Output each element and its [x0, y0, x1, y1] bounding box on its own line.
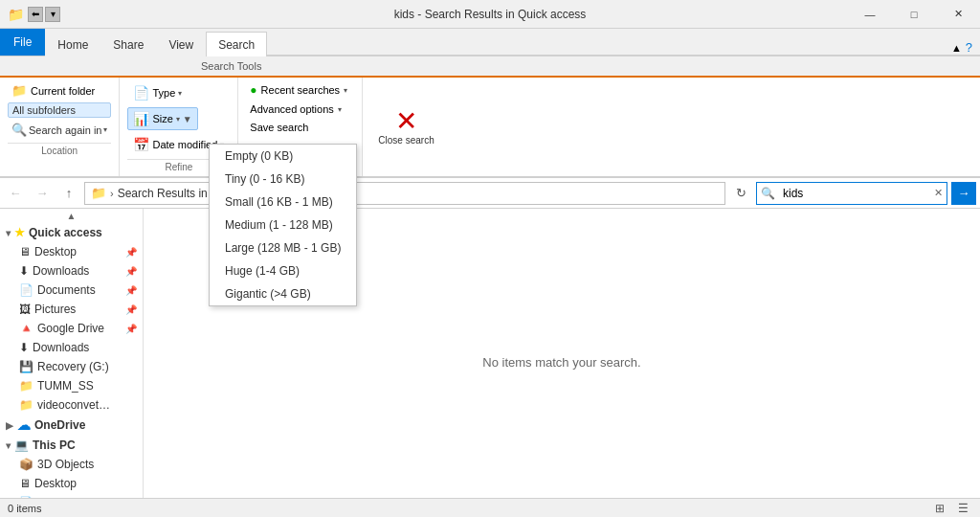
back-button[interactable]: ← — [4, 182, 27, 205]
close-search-button[interactable]: ✕ Close search — [370, 104, 441, 149]
search-box-icon: 🔍 — [757, 187, 779, 200]
desktop-pc-icon: 🖥 — [19, 477, 31, 490]
all-subfolders-btn[interactable]: All subfolders — [8, 102, 111, 118]
location-group-label: Location — [8, 143, 111, 156]
up-button[interactable]: ↑ — [57, 182, 80, 205]
list-view-button[interactable]: ☰ — [953, 500, 972, 517]
size-small[interactable]: Small (16 KB - 1 MB) — [210, 191, 356, 214]
search-again-btn[interactable]: 🔍 Search again in ▾ — [8, 121, 111, 139]
status-bar: 0 items ⊞ ☰ — [0, 498, 980, 517]
onedrive-expand-icon: ▶ — [6, 420, 13, 431]
video-folder-icon: 📁 — [19, 398, 33, 412]
type-button[interactable]: 📄 Type ▾ — [127, 81, 188, 104]
documents-folder-icon: 📄 — [19, 283, 33, 297]
sidebar-scroll-up[interactable]: ▲ — [0, 209, 143, 223]
size-dropdown: Empty (0 KB) Tiny (0 - 16 KB) Small (16 … — [209, 144, 357, 306]
sidebar-this-pc[interactable]: ▾ 💻 This PC — [0, 436, 143, 455]
forward-button[interactable]: → — [31, 182, 54, 205]
quick-access-icon[interactable]: ⬅ — [28, 7, 43, 22]
minimize-button[interactable]: — — [848, 0, 892, 29]
recent-dropdown-icon: ▾ — [344, 86, 347, 95]
size-large[interactable]: Large (128 MB - 1 GB) — [210, 236, 356, 259]
close-search-icon: ✕ — [395, 108, 417, 135]
address-bar[interactable]: 📁 › Search Results in — [84, 182, 725, 205]
quick-access-expand-icon: ▾ — [6, 228, 11, 238]
ribbon-collapse-icon[interactable]: ▲ — [951, 42, 962, 54]
tab-share[interactable]: Share — [100, 32, 156, 56]
sidebar-item-pictures[interactable]: 🖼 Pictures 📌 — [0, 300, 143, 319]
sidebar-item-3dobjects[interactable]: 📦 3D Objects — [0, 455, 143, 474]
title-bar: 📁 ⬅ ▾ kids - Search Results in Quick acc… — [0, 0, 980, 29]
pin-icon-gdrive: 📌 — [125, 324, 137, 334]
ribbon-close-group: ✕ Close search — [363, 78, 449, 176]
tumm-folder-icon: 📁 — [19, 379, 33, 393]
recent-dot-icon: ● — [250, 83, 256, 97]
search-input[interactable] — [779, 183, 930, 204]
this-pc-icon: 💻 — [14, 438, 29, 452]
title-bar-icons: 📁 ⬅ ▾ — [8, 7, 60, 22]
size-empty[interactable]: Empty (0 KB) — [210, 145, 356, 168]
pin-icon-downloads: 📌 — [125, 266, 137, 277]
sidebar-quick-access[interactable]: ▾ ★ Quick access — [0, 223, 143, 242]
sidebar-onedrive[interactable]: ▶ ☁ OneDrive — [0, 415, 143, 436]
pictures-folder-icon: 🖼 — [19, 303, 31, 316]
maximize-button[interactable]: □ — [892, 0, 936, 29]
sidebar-item-video[interactable]: 📁 videoconveteruk — [0, 395, 143, 415]
size-tiny[interactable]: Tiny (0 - 16 KB) — [210, 168, 356, 191]
3d-objects-icon: 📦 — [19, 458, 33, 471]
size-medium[interactable]: Medium (1 - 128 MB) — [210, 214, 356, 236]
save-search-btn[interactable]: Save search — [246, 120, 354, 135]
sidebar-item-tumm[interactable]: 📁 TUMM_SS — [0, 376, 143, 395]
pin-icon-desktop: 📌 — [125, 247, 137, 258]
pin-icon-pictures: 📌 — [125, 304, 137, 315]
item-count: 0 items — [8, 503, 41, 514]
file-tab[interactable]: File — [0, 29, 45, 56]
gdrive-icon: 🔺 — [19, 322, 33, 335]
sidebar-item-downloads2[interactable]: ⬇ Downloads — [0, 338, 143, 357]
tab-search[interactable]: Search — [206, 32, 267, 56]
recovery-drive-icon: 💾 — [19, 360, 33, 373]
details-view-button[interactable]: ⊞ — [930, 500, 949, 517]
help-icon[interactable]: ? — [966, 40, 972, 55]
size-button[interactable]: 📊 Size ▾ ▼ — [127, 107, 197, 130]
advanced-options-btn[interactable]: Advanced options ▾ — [246, 101, 354, 117]
app-icon: 📁 — [8, 7, 24, 22]
main-area: ▲ ▾ ★ Quick access 🖥 Desktop 📌 ⬇ Downloa… — [0, 209, 980, 515]
refresh-button[interactable]: ↻ — [729, 182, 752, 205]
tab-home[interactable]: Home — [45, 32, 100, 56]
sidebar-item-recovery[interactable]: 💾 Recovery (G:) — [0, 357, 143, 376]
view-controls: ⊞ ☰ — [930, 500, 972, 517]
title-controls: — □ ✕ — [848, 0, 980, 29]
search-clear-button[interactable]: ✕ — [930, 183, 947, 204]
quick-access-star-icon: ★ — [14, 226, 25, 239]
sidebar-item-downloads[interactable]: ⬇ Downloads 📌 — [0, 261, 143, 281]
window-title: kids - Search Results in Quick access — [394, 8, 587, 21]
size-dropdown-icon: ▾ — [176, 115, 180, 124]
close-button[interactable]: ✕ — [936, 0, 980, 29]
downloads2-icon: ⬇ — [19, 341, 29, 354]
current-folder-btn[interactable]: 📁 Current folder — [8, 81, 111, 100]
search-go-button[interactable]: → — [951, 182, 976, 205]
toolbar: ← → ↑ 📁 › Search Results in ↻ 🔍 ✕ → — [0, 178, 980, 209]
search-again-dropdown-icon: ▾ — [103, 125, 107, 134]
tab-view[interactable]: View — [156, 32, 206, 56]
recent-searches-btn[interactable]: ● Recent searches ▾ — [246, 81, 354, 99]
search-box: 🔍 ✕ — [756, 182, 947, 205]
sidebar-item-gdrive[interactable]: 🔺 Google Drive 📌 — [0, 319, 143, 338]
downloads-folder-icon: ⬇ — [19, 264, 29, 278]
empty-message: No items match your search. — [482, 355, 640, 370]
type-dropdown-icon: ▾ — [178, 89, 182, 98]
sidebar-item-desktop-pc[interactable]: 🖥 Desktop — [0, 474, 143, 493]
size-huge[interactable]: Huge (1-4 GB) — [210, 259, 356, 282]
sidebar-item-documents[interactable]: 📄 Documents 📌 — [0, 281, 143, 300]
desktop-folder-icon: 🖥 — [19, 245, 31, 258]
pin-icon-documents: 📌 — [125, 285, 137, 296]
sidebar-item-desktop[interactable]: 🖥 Desktop 📌 — [0, 242, 143, 261]
this-pc-expand-icon: ▾ — [6, 440, 11, 451]
ribbon-location-group: 📁 Current folder All subfolders 🔍 Search… — [0, 78, 120, 176]
search-tools-indicator: Search Tools — [0, 56, 980, 78]
size-gigantic[interactable]: Gigantic (>4 GB) — [210, 282, 356, 305]
title-menu-icon[interactable]: ▾ — [45, 7, 60, 22]
advanced-dropdown-icon: ▾ — [338, 105, 342, 114]
sidebar: ▲ ▾ ★ Quick access 🖥 Desktop 📌 ⬇ Downloa… — [0, 209, 144, 515]
